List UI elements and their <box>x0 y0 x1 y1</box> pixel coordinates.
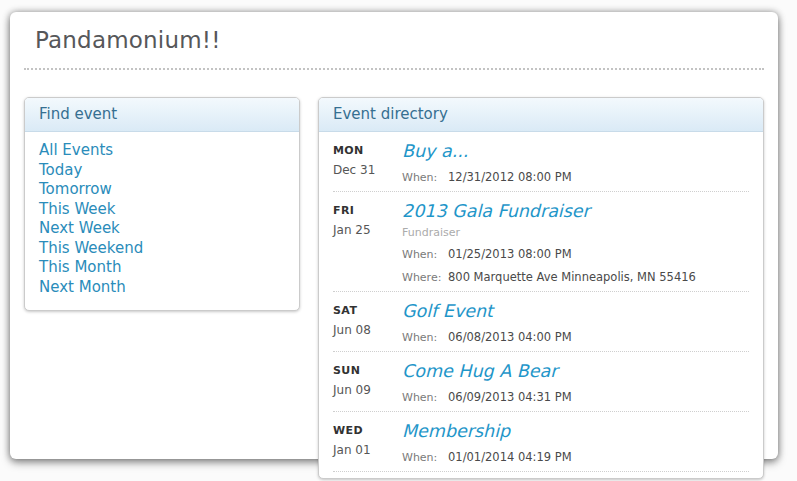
event-date-label: Jun 09 <box>333 383 402 397</box>
event-day-label: SAT <box>333 304 402 317</box>
find-event-link[interactable]: All Events <box>39 141 285 161</box>
event-details: Come Hug A Bear When:06/09/2013 04:31 PM <box>402 361 749 405</box>
find-event-panel: Find event All Events Today Tomorrow Thi… <box>24 97 300 311</box>
event-list: MON Dec 31 Buy a... When:12/31/2012 08:0… <box>319 132 763 478</box>
when-value: 01/25/2013 08:00 PM <box>448 247 572 261</box>
when-label: When: <box>402 170 448 185</box>
event-row: FRI Jan 25 2013 Gala Fundraiser Fundrais… <box>333 192 749 292</box>
event-directory-panel-header: Event directory <box>319 98 763 132</box>
event-date-label: Jun 08 <box>333 323 402 337</box>
find-event-link[interactable]: Tomorrow <box>39 180 285 200</box>
when-label: When: <box>402 330 448 345</box>
event-title-link[interactable]: 2013 Gala Fundraiser <box>402 201 590 222</box>
event-day-column: SAT Jun 08 <box>333 301 402 345</box>
find-event-link[interactable]: This Month <box>39 258 285 278</box>
event-row: SAT Jun 08 Golf Event When:06/08/2013 04… <box>333 292 749 352</box>
find-event-link[interactable]: Next Week <box>39 219 285 239</box>
where-label: Where: <box>402 270 448 285</box>
find-event-link[interactable]: This Weekend <box>39 239 285 259</box>
event-where-row: Where:800 Marquette Ave Minneapolis, MN … <box>402 268 749 285</box>
event-date-label: Jan 25 <box>333 223 402 237</box>
event-row: SUN Jun 09 Come Hug A Bear When:06/09/20… <box>333 352 749 412</box>
event-title-link[interactable]: Golf Event <box>402 301 493 322</box>
page-container: Pandamonium!! Find event All Events Toda… <box>10 12 778 459</box>
event-when-row: When:06/08/2013 04:00 PM <box>402 328 749 345</box>
find-event-panel-header: Find event <box>25 98 299 132</box>
event-details: Buy a... When:12/31/2012 08:00 PM <box>402 141 749 185</box>
when-label: When: <box>402 450 448 465</box>
event-day-label: FRI <box>333 204 402 217</box>
where-value: 800 Marquette Ave Minneapolis, MN 55416 <box>448 270 696 284</box>
event-title-link[interactable]: Buy a... <box>402 141 468 162</box>
event-when-row: When:12/31/2012 08:00 PM <box>402 168 749 185</box>
event-day-column: FRI Jan 25 <box>333 201 402 285</box>
event-title-link[interactable]: Membership <box>402 421 510 442</box>
when-value: 06/08/2013 04:00 PM <box>448 330 572 344</box>
when-value: 01/01/2014 04:19 PM <box>448 450 572 464</box>
page-title: Pandamonium!! <box>10 12 778 53</box>
when-label: When: <box>402 247 448 262</box>
event-row: WED Jan 01 Membership When:01/01/2014 04… <box>333 412 749 472</box>
find-event-link[interactable]: Today <box>39 161 285 181</box>
when-label: When: <box>402 390 448 405</box>
event-details: 2013 Gala Fundraiser Fundraiser When:01/… <box>402 201 749 285</box>
event-day-label: SUN <box>333 364 402 377</box>
event-when-row: When:06/09/2013 04:31 PM <box>402 388 749 405</box>
event-date-label: Dec 31 <box>333 163 402 177</box>
event-day-column: MON Dec 31 <box>333 141 402 185</box>
event-row: MON Dec 31 Buy a... When:12/31/2012 08:0… <box>333 132 749 192</box>
event-day-column: SUN Jun 09 <box>333 361 402 405</box>
event-directory-panel: Event directory MON Dec 31 Buy a... When… <box>318 97 764 479</box>
event-when-row: When:01/01/2014 04:19 PM <box>402 448 749 465</box>
when-value: 12/31/2012 08:00 PM <box>448 170 572 184</box>
find-event-link[interactable]: This Week <box>39 200 285 220</box>
event-when-row: When:01/25/2013 08:00 PM <box>402 245 749 262</box>
event-day-label: WED <box>333 424 402 437</box>
panels-row: Find event All Events Today Tomorrow Thi… <box>10 70 778 479</box>
event-details: Golf Event When:06/08/2013 04:00 PM <box>402 301 749 345</box>
event-details: Membership When:01/01/2014 04:19 PM <box>402 421 749 465</box>
find-event-link[interactable]: Next Month <box>39 278 285 298</box>
event-day-column: WED Jan 01 <box>333 421 402 465</box>
event-date-label: Jan 01 <box>333 443 402 457</box>
event-day-label: MON <box>333 144 402 157</box>
event-title-link[interactable]: Come Hug A Bear <box>402 361 557 382</box>
event-category: Fundraiser <box>402 226 749 239</box>
find-event-links: All Events Today Tomorrow This Week Next… <box>25 132 299 310</box>
when-value: 06/09/2013 04:31 PM <box>448 390 572 404</box>
